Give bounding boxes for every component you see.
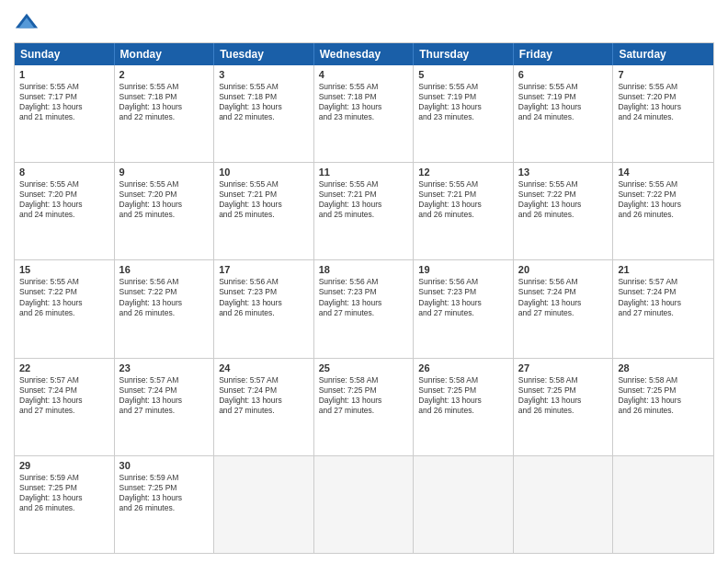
day-number: 16 <box>119 264 210 275</box>
calendar-cell: 30Sunrise: 5:59 AM Sunset: 7:25 PM Dayli… <box>115 456 215 553</box>
day-number: 26 <box>418 362 508 373</box>
cell-info: Sunrise: 5:55 AM Sunset: 7:17 PM Dayligh… <box>19 82 109 122</box>
calendar: SundayMondayTuesdayWednesdayThursdayFrid… <box>14 42 714 554</box>
calendar-cell: 11Sunrise: 5:55 AM Sunset: 7:21 PM Dayli… <box>314 163 415 259</box>
calendar-cell: 27Sunrise: 5:58 AM Sunset: 7:25 PM Dayli… <box>514 359 614 455</box>
calendar-cell: 10Sunrise: 5:55 AM Sunset: 7:21 PM Dayli… <box>214 163 314 259</box>
cell-info: Sunrise: 5:56 AM Sunset: 7:24 PM Dayligh… <box>518 277 609 317</box>
calendar-page: SundayMondayTuesdayWednesdayThursdayFrid… <box>0 0 728 563</box>
day-number: 7 <box>618 69 709 80</box>
day-number: 14 <box>618 167 709 178</box>
calendar-row: 1Sunrise: 5:55 AM Sunset: 7:17 PM Daylig… <box>15 65 713 163</box>
cell-info: Sunrise: 5:55 AM Sunset: 7:22 PM Dayligh… <box>618 179 709 220</box>
calendar-cell: 25Sunrise: 5:58 AM Sunset: 7:25 PM Dayli… <box>314 359 415 455</box>
day-number: 10 <box>219 167 309 178</box>
calendar-cell: 13Sunrise: 5:55 AM Sunset: 7:22 PM Dayli… <box>514 163 614 259</box>
cell-info: Sunrise: 5:58 AM Sunset: 7:25 PM Dayligh… <box>418 375 508 416</box>
calendar-cell: 5Sunrise: 5:55 AM Sunset: 7:19 PM Daylig… <box>414 65 514 162</box>
cell-info: Sunrise: 5:55 AM Sunset: 7:19 PM Dayligh… <box>518 82 609 122</box>
day-number: 29 <box>19 460 109 471</box>
calendar-cell: 18Sunrise: 5:56 AM Sunset: 7:23 PM Dayli… <box>314 260 415 357</box>
cell-info: Sunrise: 5:55 AM Sunset: 7:18 PM Dayligh… <box>319 82 409 122</box>
empty-cell <box>613 456 713 553</box>
day-number: 28 <box>618 362 709 373</box>
weekday-header: Thursday <box>414 43 514 65</box>
empty-cell <box>514 456 614 553</box>
weekday-header: Sunday <box>15 43 115 65</box>
cell-info: Sunrise: 5:55 AM Sunset: 7:19 PM Dayligh… <box>418 82 508 122</box>
day-number: 8 <box>19 167 109 178</box>
cell-info: Sunrise: 5:55 AM Sunset: 7:20 PM Dayligh… <box>119 179 210 220</box>
calendar-cell: 9Sunrise: 5:55 AM Sunset: 7:20 PM Daylig… <box>115 163 215 259</box>
day-number: 4 <box>319 69 409 80</box>
day-number: 3 <box>219 69 309 80</box>
cell-info: Sunrise: 5:55 AM Sunset: 7:18 PM Dayligh… <box>119 82 210 122</box>
weekday-header: Tuesday <box>214 43 314 65</box>
calendar-cell: 2Sunrise: 5:55 AM Sunset: 7:18 PM Daylig… <box>115 65 215 162</box>
cell-info: Sunrise: 5:55 AM Sunset: 7:21 PM Dayligh… <box>319 179 409 220</box>
cell-info: Sunrise: 5:57 AM Sunset: 7:24 PM Dayligh… <box>219 375 309 416</box>
cell-info: Sunrise: 5:55 AM Sunset: 7:21 PM Dayligh… <box>219 179 309 220</box>
calendar-row: 22Sunrise: 5:57 AM Sunset: 7:24 PM Dayli… <box>15 359 713 456</box>
calendar-cell: 28Sunrise: 5:58 AM Sunset: 7:25 PM Dayli… <box>613 359 713 455</box>
calendar-cell: 14Sunrise: 5:55 AM Sunset: 7:22 PM Dayli… <box>613 163 713 259</box>
calendar-cell: 19Sunrise: 5:56 AM Sunset: 7:23 PM Dayli… <box>414 260 514 357</box>
day-number: 21 <box>618 264 709 275</box>
day-number: 22 <box>19 362 109 373</box>
day-number: 27 <box>518 362 609 373</box>
cell-info: Sunrise: 5:56 AM Sunset: 7:23 PM Dayligh… <box>319 277 409 317</box>
calendar-cell: 20Sunrise: 5:56 AM Sunset: 7:24 PM Dayli… <box>514 260 614 357</box>
cell-info: Sunrise: 5:55 AM Sunset: 7:18 PM Dayligh… <box>219 82 309 122</box>
calendar-row: 15Sunrise: 5:55 AM Sunset: 7:22 PM Dayli… <box>15 260 713 358</box>
weekday-header: Friday <box>514 43 614 65</box>
day-number: 1 <box>19 69 109 80</box>
day-number: 2 <box>119 69 210 80</box>
day-number: 23 <box>119 362 210 373</box>
cell-info: Sunrise: 5:55 AM Sunset: 7:20 PM Dayligh… <box>618 82 709 122</box>
calendar-cell: 17Sunrise: 5:56 AM Sunset: 7:23 PM Dayli… <box>214 260 314 357</box>
logo-icon <box>14 9 40 35</box>
calendar-cell: 15Sunrise: 5:55 AM Sunset: 7:22 PM Dayli… <box>15 260 115 357</box>
day-number: 24 <box>219 362 309 373</box>
weekday-header: Wednesday <box>314 43 415 65</box>
cell-info: Sunrise: 5:55 AM Sunset: 7:20 PM Dayligh… <box>19 179 109 220</box>
calendar-row: 29Sunrise: 5:59 AM Sunset: 7:25 PM Dayli… <box>15 456 713 553</box>
day-number: 13 <box>518 167 609 178</box>
cell-info: Sunrise: 5:57 AM Sunset: 7:24 PM Dayligh… <box>119 375 210 416</box>
empty-cell <box>214 456 314 553</box>
cell-info: Sunrise: 5:56 AM Sunset: 7:23 PM Dayligh… <box>219 277 309 317</box>
day-number: 20 <box>518 264 609 275</box>
cell-info: Sunrise: 5:58 AM Sunset: 7:25 PM Dayligh… <box>618 375 709 416</box>
day-number: 30 <box>119 460 210 471</box>
day-number: 25 <box>319 362 409 373</box>
cell-info: Sunrise: 5:58 AM Sunset: 7:25 PM Dayligh… <box>518 375 609 416</box>
calendar-cell: 29Sunrise: 5:59 AM Sunset: 7:25 PM Dayli… <box>15 456 115 553</box>
empty-cell <box>314 456 415 553</box>
header <box>14 9 714 35</box>
cell-info: Sunrise: 5:58 AM Sunset: 7:25 PM Dayligh… <box>319 375 409 416</box>
calendar-cell: 21Sunrise: 5:57 AM Sunset: 7:24 PM Dayli… <box>613 260 713 357</box>
day-number: 12 <box>418 167 508 178</box>
weekday-header: Saturday <box>613 43 713 65</box>
day-number: 15 <box>19 264 109 275</box>
calendar-cell: 26Sunrise: 5:58 AM Sunset: 7:25 PM Dayli… <box>414 359 514 455</box>
calendar-cell: 6Sunrise: 5:55 AM Sunset: 7:19 PM Daylig… <box>514 65 614 162</box>
day-number: 9 <box>119 167 210 178</box>
day-number: 17 <box>219 264 309 275</box>
empty-cell <box>414 456 514 553</box>
calendar-cell: 12Sunrise: 5:55 AM Sunset: 7:21 PM Dayli… <box>414 163 514 259</box>
calendar-cell: 8Sunrise: 5:55 AM Sunset: 7:20 PM Daylig… <box>15 163 115 259</box>
weekday-header: Monday <box>115 43 215 65</box>
calendar-body: 1Sunrise: 5:55 AM Sunset: 7:17 PM Daylig… <box>15 65 713 553</box>
day-number: 5 <box>418 69 508 80</box>
calendar-cell: 1Sunrise: 5:55 AM Sunset: 7:17 PM Daylig… <box>15 65 115 162</box>
calendar-cell: 7Sunrise: 5:55 AM Sunset: 7:20 PM Daylig… <box>613 65 713 162</box>
calendar-cell: 24Sunrise: 5:57 AM Sunset: 7:24 PM Dayli… <box>214 359 314 455</box>
calendar-cell: 3Sunrise: 5:55 AM Sunset: 7:18 PM Daylig… <box>214 65 314 162</box>
day-number: 6 <box>518 69 609 80</box>
cell-info: Sunrise: 5:55 AM Sunset: 7:22 PM Dayligh… <box>19 277 109 317</box>
cell-info: Sunrise: 5:57 AM Sunset: 7:24 PM Dayligh… <box>618 277 709 317</box>
day-number: 11 <box>319 167 409 178</box>
calendar-cell: 23Sunrise: 5:57 AM Sunset: 7:24 PM Dayli… <box>115 359 215 455</box>
calendar-row: 8Sunrise: 5:55 AM Sunset: 7:20 PM Daylig… <box>15 163 713 260</box>
